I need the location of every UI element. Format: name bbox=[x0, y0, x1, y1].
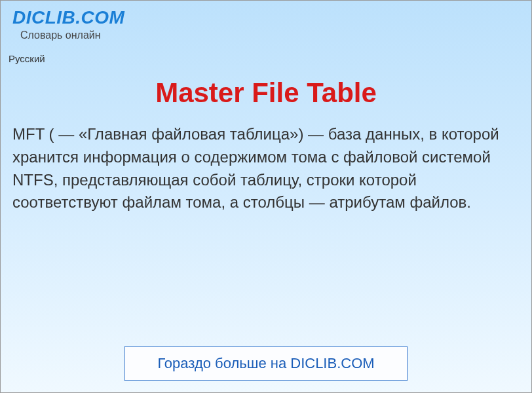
tagline: Словарь онлайн bbox=[20, 29, 520, 41]
article-title: Master File Table bbox=[1, 77, 531, 109]
article-definition: MFT ( — «Главная файловая таблица») — ба… bbox=[1, 123, 531, 214]
header: DICLIB.COM Словарь онлайн bbox=[1, 1, 531, 44]
more-button[interactable]: Гораздо больше на DICLIB.COM bbox=[124, 346, 408, 381]
site-name[interactable]: DICLIB.COM bbox=[12, 7, 520, 28]
language-label: Русский bbox=[9, 53, 531, 64]
